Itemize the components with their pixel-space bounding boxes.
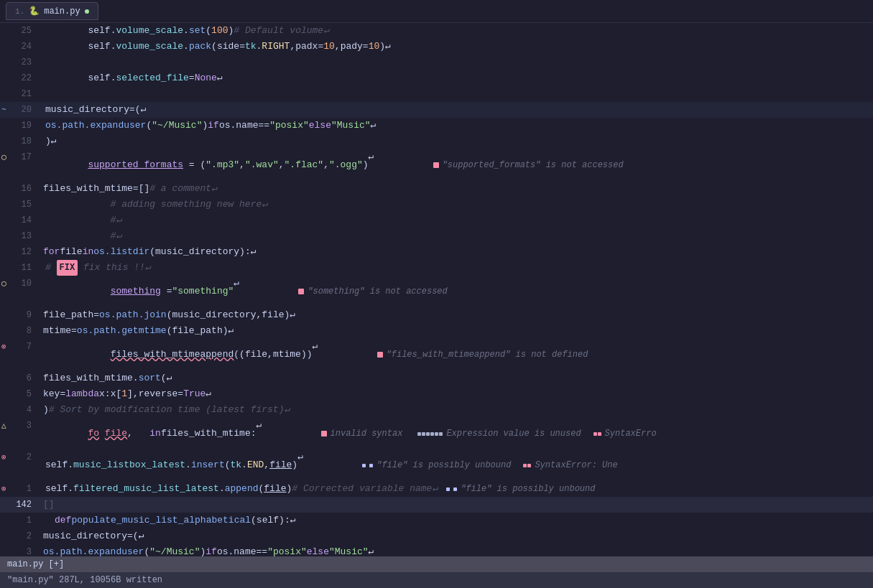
code-line-14: 14 #↵	[0, 213, 873, 228]
code-line-1: ⊗ 1 self.filtered_music_list_latest.appe…	[0, 481, 873, 497]
code-line-25: 25 self.volume_scale.set(100) # Default …	[0, 23, 873, 39]
hint-expression-unused: Expression value is unused	[446, 426, 581, 442]
code-line-22: 22 self.selected_file = None↵	[0, 70, 873, 86]
tab-number: 1.	[15, 7, 24, 16]
tab-modified-dot	[85, 9, 89, 14]
code-line-20: ~ 20 music_directory =(↵	[0, 102, 873, 118]
code-line-3: △ 3 fo file, in files_with_mtime:↵ inval…	[0, 418, 873, 449]
status-message: "main.py" 287L, 10056B written	[7, 575, 162, 585]
code-line-s1: 1 def populate_music_list_alphabetical(s…	[0, 513, 873, 528]
tab-bar: 1. 🐍 main.py	[0, 0, 873, 23]
vim-mode-text: main.py [+]	[7, 559, 64, 569]
hint-file-unbound-1: "file" is possibly unbound	[461, 481, 595, 497]
code-line-2: ⊗ 2 self.music_listbox_latest.insert(tk.…	[0, 449, 873, 481]
editor-area: 25 self.volume_scale.set(100) # Default …	[0, 23, 873, 556]
code-line-18: 18 )↵	[0, 134, 873, 149]
code-line-11: 11 # FIX fix this !!↵	[0, 260, 873, 276]
main-py-tab[interactable]: 1. 🐍 main.py	[6, 2, 98, 20]
code-line-7: ⊗ 7 files_with_mtimeappend((file, mtime)…	[0, 339, 873, 370]
code-line-142: 142 []	[0, 497, 873, 513]
something-var: something	[111, 284, 161, 299]
code-line-4: 4 ) # Sort by modification time (latest …	[0, 402, 873, 418]
code-line-13: 13 #↵	[0, 228, 873, 244]
code-line-6: 6 files_with_mtime.sort(↵	[0, 370, 873, 386]
code-line-19: 19 os.path.expanduser("~/Music") if os.n…	[0, 118, 873, 134]
tab-filename: main.py	[44, 6, 80, 17]
hint-file-unbound-2: "file" is possibly unbound	[377, 457, 511, 473]
status-bar: "main.py" 287L, 10056B written	[0, 572, 873, 588]
hint-something: "something" is not accessed	[308, 284, 447, 299]
code-container[interactable]: 25 self.volume_scale.set(100) # Default …	[0, 23, 873, 556]
hint-syntaxerror-1: SyntaxErro	[605, 426, 657, 442]
hint-supported-formats: "supported_formats" is not accessed	[443, 157, 624, 173]
code-line-s3: 3 os.path.expanduser("~/Music") if os.na…	[0, 544, 873, 556]
code-line-9: 9 file_path = os.path.join(music_directo…	[0, 307, 873, 323]
code-line-s2: 2 music_directory = (↵	[0, 528, 873, 544]
hint-files-mtimeappend: "files_with_mtimeappend" is not defined	[387, 347, 588, 363]
python-icon: 🐍	[29, 6, 40, 17]
code-line-23: 23	[0, 55, 873, 70]
code-line-10: ◯ 10 something = "something"↵ "something…	[0, 276, 873, 307]
code-line-8: 8 mtime = os.path.getmtime(file_path)↵	[0, 323, 873, 339]
code-line-5: 5 key=lambda x: x[1], reverse=True↵	[0, 386, 873, 402]
code-line-21: 21	[0, 86, 873, 102]
hint-invalid-syntax: invalid syntax	[331, 426, 403, 442]
code-line-12: 12 for file in os.listdir(music_director…	[0, 244, 873, 260]
code-line-24: 24 self.volume_scale.pack(side=tk.RIGHT,…	[0, 39, 873, 55]
hint-syntaxerror-2: SyntaxError: Une	[535, 457, 617, 473]
code-line-16: 16 files_with_mtime = [] # a comment↵	[0, 181, 873, 197]
fix-badge: FIX	[57, 260, 78, 276]
vim-mode-bar: main.py [+]	[0, 556, 873, 572]
code-line-15: 15 # adding something new here↵	[0, 197, 873, 213]
code-line-17: ◯ 17 supported_formats = (".mp3", ".wav"…	[0, 149, 873, 181]
